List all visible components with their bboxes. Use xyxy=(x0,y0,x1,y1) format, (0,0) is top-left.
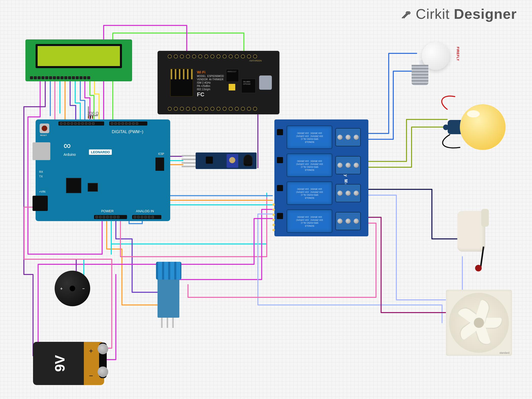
brand-name: Cirkit Designer xyxy=(416,6,517,22)
led-bulb: FIREFLY xyxy=(412,29,450,85)
flame-sensor-ir-led xyxy=(243,155,253,166)
relay-k1: SONGLE SRD-5VDC-SL-C 10A 250VAC 10A 125V… xyxy=(287,126,332,149)
arduino-leonardo: RESET DIGITAL (PWM~) POWER ANALOG IN +VI… xyxy=(36,119,170,221)
battery-clip xyxy=(99,343,107,378)
app-watermark: Cirkit Designer xyxy=(400,6,517,22)
battery-9v: 9V + − xyxy=(33,342,104,385)
battery-plus-label: + xyxy=(89,347,93,355)
flame-sensor-potentiometer[interactable] xyxy=(227,154,238,168)
esp-module-text: Wi Fi MODEL ESP8266MOD VENDOR AI-THINKER… xyxy=(197,70,224,98)
battery-minus-label: − xyxy=(89,372,93,380)
flame-sensor-module xyxy=(196,152,257,169)
arduino-reset-button[interactable] xyxy=(40,124,49,133)
relay-terminal-2 xyxy=(335,156,361,174)
svg-point-1 xyxy=(408,12,410,14)
pump-connector xyxy=(475,265,482,271)
arduino-brand-label: Arduino xyxy=(64,152,76,157)
lcd-16x2 xyxy=(25,39,132,81)
led-bulb-brand: FIREFLY xyxy=(456,47,460,61)
esp-uart-chip: SILABS CP2102 xyxy=(241,79,256,93)
arduino-vin-label: +VIN xyxy=(39,190,45,193)
relay-terminal-1 xyxy=(335,128,361,146)
arduino-power-jack xyxy=(33,196,48,211)
buzzer-minus-label: − xyxy=(82,286,85,291)
flame-sensor-pins xyxy=(182,155,196,167)
lcd-pin-row xyxy=(30,76,90,79)
arduino-icsp-label: ICSP xyxy=(158,152,164,155)
arduino-top-left-header xyxy=(58,121,104,126)
relay-input-pins xyxy=(272,203,275,231)
arduino-icsp-header xyxy=(155,158,164,171)
esp-brand-label: AMTAREEN xyxy=(249,59,262,62)
esp-bottom-pin-row xyxy=(168,107,257,111)
relay-module-4ch: 4 Relay Module SONGLE SRD-5VDC-SL-C 10A … xyxy=(274,119,368,236)
esp-wifi-module xyxy=(170,69,193,97)
buzzer-plus-label: + xyxy=(60,286,62,291)
dht11-cap xyxy=(156,262,181,280)
incandescent-bulb xyxy=(460,104,506,150)
relay-k3: SONGLE SRD-5VDC-SL-C 10A 250VAC 10A 125V… xyxy=(287,181,332,205)
arduino-top-right-header xyxy=(109,121,147,126)
water-pump xyxy=(455,206,488,257)
relay-terminal-3 xyxy=(335,184,361,202)
dht11-sensor xyxy=(158,277,179,318)
arduino-digital-label: DIGITAL (PWM~) xyxy=(112,130,143,134)
arduino-mcu-chip xyxy=(66,178,81,193)
resistor-label: 200 Ω xyxy=(88,111,99,116)
esp-top-pin-row xyxy=(168,54,257,58)
esp8266-nodemcu: Wi Fi MODEL ESP8266MOD VENDOR AI-THINKER… xyxy=(158,51,279,114)
brand-icon xyxy=(400,8,413,20)
fan-brand: standard xyxy=(499,351,509,354)
arduino-power-label: POWER xyxy=(101,209,114,213)
arduino-power-header xyxy=(94,215,127,219)
arduino-reset-label: RESET xyxy=(40,134,47,136)
resistor-200-ohm xyxy=(88,116,98,119)
arduino-analog-header xyxy=(132,215,161,219)
relay-k4: SONGLE SRD-5VDC-SL-C 10A 250VAC 10A 125V… xyxy=(287,209,332,233)
esp-regulator-chip: AMS1117 xyxy=(226,69,239,82)
relay-k2: SONGLE SRD-5VDC-SL-C 10A 250VAC 10A 125V… xyxy=(287,154,332,177)
arduino-tx-label: TX xyxy=(39,175,43,178)
arduino-usb-port xyxy=(33,142,50,160)
arduino-chip-2 xyxy=(88,183,98,192)
exhaust-fan: standard xyxy=(446,290,512,356)
arduino-analog-label: ANALOG IN xyxy=(136,209,154,213)
piezo-buzzer: + − xyxy=(55,271,90,306)
arduino-rx-label: RX xyxy=(39,170,43,173)
arduino-variant-label: LEONARDO xyxy=(89,149,112,155)
lcd-screen xyxy=(36,44,122,68)
relay-terminal-4 xyxy=(335,212,361,230)
esp-passive xyxy=(229,84,235,90)
esp-usb-port xyxy=(259,75,272,90)
